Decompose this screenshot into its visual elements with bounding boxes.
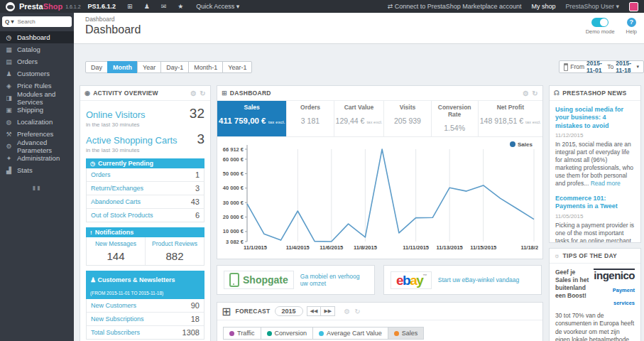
news-article-title-link[interactable]: Ecommerce 101: Payments in a Tweet <box>555 195 635 211</box>
customers-icon: ♟ <box>4 70 13 77</box>
online-visitors-value: 32 <box>190 106 204 121</box>
read-more-link[interactable]: Read more <box>591 180 621 187</box>
gear-icon[interactable]: ⚙ <box>344 308 350 315</box>
range-day-1-button[interactable]: Day-1 <box>160 61 189 73</box>
forecast-year[interactable]: 2015 <box>275 306 303 316</box>
sales-chart: 66 912 €60 000 €50 000 €40 000 €30 000 €… <box>217 137 542 257</box>
kpi-net-profit[interactable]: Net Profit148 918,51 € tax excl. <box>479 101 542 136</box>
forecast-legend-conversion[interactable]: Conversion <box>261 327 314 340</box>
user-menu[interactable]: PrestaShop User ▾ <box>565 3 619 10</box>
online-visitors-link[interactable]: Online Visitors <box>86 109 190 120</box>
help-icon[interactable]: ? <box>627 18 636 27</box>
new-subscriptions-row: New Subscriptions18 <box>87 313 204 326</box>
shopgate-link[interactable]: Ga mobiel en verhoog uw omzet <box>300 273 368 287</box>
out-of-stock-row: Out of Stock Products6 <box>87 209 204 222</box>
kpi-cart-value[interactable]: Cart Value129,44 € tax excl. <box>334 101 385 136</box>
abandoned-carts-link[interactable]: Abandoned Carts <box>91 198 191 205</box>
trophy-icon[interactable]: ★ <box>178 3 183 10</box>
sidebar-item-orders[interactable]: ▤Orders <box>0 55 74 67</box>
forecast-panel-title: FORECAST <box>235 308 270 315</box>
sales-line-chart: 66 912 €60 000 €50 000 €40 000 €30 000 €… <box>219 139 538 254</box>
search-scope-dropdown[interactable]: Q ▾ <box>5 18 13 25</box>
range-day-button[interactable]: Day <box>85 61 108 73</box>
refresh-icon[interactable]: ↻ <box>354 308 360 315</box>
news-article: Using social media for your business: 4 … <box>555 106 635 188</box>
customers-icon: ♟ <box>90 276 98 283</box>
user-icon[interactable]: ♟ <box>144 3 150 10</box>
gear-icon[interactable]: ⚙ <box>523 90 529 97</box>
search-input[interactable] <box>16 18 57 26</box>
forecast-legend-sales[interactable]: Sales <box>388 327 425 340</box>
total-subscribers-link[interactable]: Total Subscribers <box>91 329 182 336</box>
prestashop-news-panel: ☊ PRESTASHOP NEWS Using social media for… <box>549 85 641 243</box>
forecast-legend-average-cart-value[interactable]: Average Cart Value <box>312 327 388 340</box>
svg-text:50 000 €: 50 000 € <box>223 170 244 177</box>
range-year-button[interactable]: Year <box>137 61 161 73</box>
sidebar-item-dashboard[interactable]: ◷Dashboard <box>0 31 74 43</box>
lightbulb-icon: ☼ <box>554 252 560 259</box>
kpi-orders[interactable]: Orders3 181 <box>287 101 334 136</box>
refresh-icon[interactable]: ↻ <box>532 90 538 97</box>
sidebar-item-customers[interactable]: ♟Customers <box>0 67 74 80</box>
sidebar-item-shipping[interactable]: ▣Shipping <box>0 104 74 116</box>
svg-text:11/13/2015: 11/13/2015 <box>437 244 463 251</box>
refresh-icon[interactable]: ↻ <box>200 90 206 97</box>
cart-icon[interactable]: ⊞ <box>127 3 133 10</box>
ps-version: PS1.6.1.2 <box>88 3 116 10</box>
new-subscriptions-link[interactable]: New Subscriptions <box>91 315 191 323</box>
svg-text:11/11/2015: 11/11/2015 <box>403 244 429 251</box>
activity-overview-panel: ◉ ACTIVITY OVERVIEW ⚙ ↻ Online Visitors3… <box>80 85 211 341</box>
cart-icon: ⊞ <box>222 90 227 97</box>
forecast-legend: Traffic Conversion Average Cart Value Sa… <box>217 320 542 341</box>
currently-pending-header: ◷Currently Pending <box>86 158 204 168</box>
sidebar-item-administration[interactable]: ✦Administration <box>0 152 74 164</box>
date-range-picker[interactable]: From2015-11-01 To2015-11-18 ▾ <box>559 60 644 73</box>
news-article: Ecommerce 101: Payments in a Tweet 11/05… <box>555 195 635 243</box>
quick-access-menu[interactable]: Quick Access ▾ <box>196 3 239 10</box>
pending-orders-link[interactable]: Orders <box>91 171 195 178</box>
shopgate-logo: Shopgate <box>224 271 294 289</box>
sidebar-search[interactable]: Q ▾ <box>2 16 72 27</box>
kpi-conversion-rate[interactable]: Conversion Rate1.54% <box>432 101 479 136</box>
sidebar-item-advanced-parameters[interactable]: ⚙Advanced Parameters <box>0 140 74 152</box>
kpi-sales[interactable]: Sales411 759,00 € tax excl. <box>217 101 287 136</box>
gear-icon[interactable]: ⚙ <box>190 90 197 97</box>
news-article-title-link[interactable]: Using social media for your business: 4 … <box>555 106 635 130</box>
range-month-1-button[interactable]: Month-1 <box>188 61 223 73</box>
marketplace-connect-link[interactable]: ⇄ Connect to PrestaShop Marketplace acco… <box>388 3 522 10</box>
demo-mode-toggle[interactable] <box>591 18 608 27</box>
forecast-next-button[interactable]: ▶▶ <box>320 306 335 316</box>
my-shop-link[interactable]: My shop <box>531 3 555 10</box>
sidebar-collapse-button[interactable]: ▮▮ <box>0 185 74 191</box>
prestashop-logo[interactable] <box>6 2 15 11</box>
sidebar-item-stats[interactable]: ▟Stats <box>0 164 74 176</box>
pending-returns-link[interactable]: Return/Exchanges <box>91 185 195 192</box>
rss-icon: ☊ <box>554 90 560 97</box>
ebay-link[interactable]: Start uw eBay-winkel vandaag <box>438 276 519 283</box>
breadcrumb[interactable]: Dashboard <box>85 16 115 23</box>
range-year-1-button[interactable]: Year-1 <box>222 61 252 73</box>
sidebar-item-catalog[interactable]: ▦Catalog <box>0 43 74 55</box>
clock-icon: ◷ <box>90 161 95 167</box>
new-customers-link[interactable]: New Customers <box>91 302 191 309</box>
tips-of-the-day-panel: ☼ TIPS OF THE DAY Geef je Sales in het b… <box>549 248 641 341</box>
sidebar-item-localization[interactable]: ◍Localization <box>0 116 74 128</box>
active-carts-link[interactable]: Active Shopping Carts <box>86 135 197 146</box>
range-month-button[interactable]: Month <box>107 61 138 73</box>
forecast-panel: ⊞ FORECAST 2015 ◀◀ ▶▶ ⚙ ↻ Traffic Conver… <box>217 302 543 341</box>
new-messages-cell[interactable]: New Messages144 <box>87 237 145 265</box>
user-avatar[interactable] <box>629 2 638 11</box>
svg-text:20 000 €: 20 000 € <box>223 214 244 220</box>
forecast-legend-traffic[interactable]: Traffic <box>223 327 261 340</box>
sidebar-item-modules[interactable]: ◨Modules and Services <box>0 92 74 104</box>
out-of-stock-link[interactable]: Out of Stock Products <box>91 212 195 219</box>
svg-text:10 000 €: 10 000 € <box>223 228 244 234</box>
localization-icon: ◍ <box>4 119 13 126</box>
kpi-visits[interactable]: Visits205 939 <box>384 101 431 136</box>
product-reviews-cell[interactable]: Product Reviews882 <box>145 237 204 265</box>
mail-icon[interactable]: ✉ <box>161 3 167 10</box>
forecast-prev-button[interactable]: ◀◀ <box>307 306 322 316</box>
help-control: ? Help <box>626 18 637 35</box>
svg-text:3 082 €: 3 082 € <box>226 239 244 245</box>
kpi-row: Sales411 759,00 € tax excl. Orders3 181 … <box>217 101 542 137</box>
